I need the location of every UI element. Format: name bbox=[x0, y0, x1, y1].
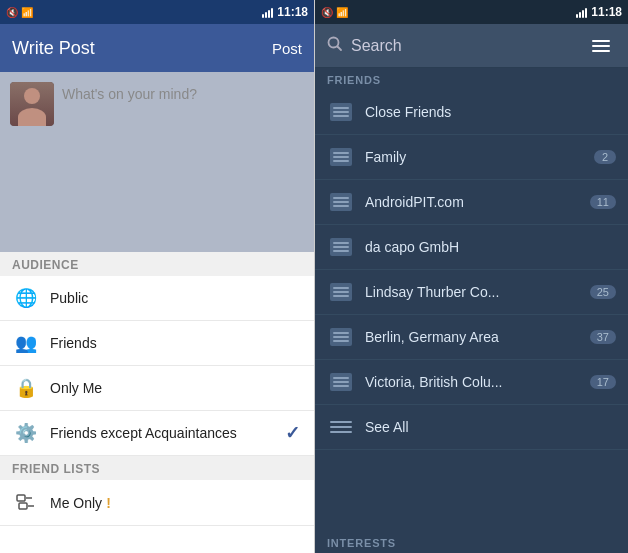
interests-section-header: INTERESTS bbox=[315, 531, 628, 553]
friend-name-berlin: Berlin, Germany Area bbox=[365, 329, 580, 345]
friend-lists-header: Friend Lists bbox=[0, 456, 314, 480]
signal-bars bbox=[262, 6, 273, 18]
list-icon-da-capo bbox=[327, 236, 355, 258]
search-bar[interactable]: Search bbox=[315, 24, 628, 68]
friends-icon: 👥 bbox=[14, 331, 38, 355]
list-item-berlin[interactable]: Berlin, Germany Area 37 bbox=[315, 315, 628, 360]
friend-badge-victoria: 17 bbox=[590, 375, 616, 389]
right-time: 11:18 bbox=[591, 5, 622, 19]
gear-icon: ⚙️ bbox=[14, 421, 38, 445]
friend-badge-family: 2 bbox=[594, 150, 616, 164]
friend-badge-lindsay: 25 bbox=[590, 285, 616, 299]
list-icon-victoria bbox=[327, 371, 355, 393]
silent-icon-right: 🔇 bbox=[321, 7, 333, 18]
svg-line-5 bbox=[338, 46, 342, 50]
list-item-victoria[interactable]: Victoria, British Colu... 17 bbox=[315, 360, 628, 405]
friend-name-victoria: Victoria, British Colu... bbox=[365, 374, 580, 390]
audience-label-only-me: Only Me bbox=[50, 380, 300, 396]
list-icon-androidpit bbox=[327, 191, 355, 213]
search-icon bbox=[327, 36, 343, 56]
friends-list: Close Friends Family 2 bbox=[315, 90, 628, 531]
friend-name-family: Family bbox=[365, 149, 584, 165]
list-item-family[interactable]: Family 2 bbox=[315, 135, 628, 180]
friend-name-da-capo: da capo GmbH bbox=[365, 239, 616, 255]
audience-item-friends-except[interactable]: ⚙️ Friends except Acquaintances ✓ bbox=[0, 411, 314, 456]
me-only-icon bbox=[14, 491, 38, 515]
list-icon-berlin bbox=[327, 326, 355, 348]
post-placeholder[interactable]: What's on your mind? bbox=[62, 82, 197, 242]
friend-badge-androidpit: 11 bbox=[590, 195, 616, 209]
friend-badge-berlin: 37 bbox=[590, 330, 616, 344]
lock-icon: 🔒 bbox=[14, 376, 38, 400]
exclamation-badge: ! bbox=[106, 495, 111, 511]
svg-rect-1 bbox=[19, 503, 27, 509]
list-item-androidpit[interactable]: AndroidPIT.com 11 bbox=[315, 180, 628, 225]
list-icon-lindsay bbox=[327, 281, 355, 303]
list-icon-see-all bbox=[327, 416, 355, 438]
avatar bbox=[10, 82, 54, 126]
friend-name-see-all: See All bbox=[365, 419, 616, 435]
right-panel: 🔇 📶 11:18 Search bbox=[315, 0, 628, 553]
friend-name-close-friends: Close Friends bbox=[365, 104, 616, 120]
globe-icon: 🌐 bbox=[14, 286, 38, 310]
right-signal-bars bbox=[576, 6, 587, 18]
audience-label-friends: Friends bbox=[50, 335, 300, 351]
audience-item-public[interactable]: 🌐 Public bbox=[0, 276, 314, 321]
checkmark-icon: ✓ bbox=[285, 422, 300, 444]
write-post-title: Write Post bbox=[12, 38, 95, 59]
search-input-text[interactable]: Search bbox=[351, 37, 402, 55]
svg-rect-0 bbox=[17, 495, 25, 501]
audience-label-public: Public bbox=[50, 290, 300, 306]
list-item-da-capo[interactable]: da capo GmbH bbox=[315, 225, 628, 270]
audience-item-only-me[interactable]: 🔒 Only Me bbox=[0, 366, 314, 411]
me-only-label: Me Only ! bbox=[50, 495, 300, 511]
wifi-icon-right: 📶 bbox=[336, 7, 348, 18]
left-status-icons-right: 11:18 bbox=[262, 5, 308, 19]
silent-icon: 🔇 bbox=[6, 7, 18, 18]
audience-section: Audience 🌐 Public 👥 Friends 🔒 Only Me ⚙️… bbox=[0, 252, 314, 553]
left-status-bar: 🔇 📶 11:18 bbox=[0, 0, 314, 24]
write-post-header: Write Post Post bbox=[0, 24, 314, 72]
friend-list-item-me-only[interactable]: Me Only ! bbox=[0, 480, 314, 526]
left-time: 11:18 bbox=[277, 5, 308, 19]
audience-header: Audience bbox=[0, 252, 314, 276]
friend-name-lindsay: Lindsay Thurber Co... bbox=[365, 284, 580, 300]
wifi-icon: 📶 bbox=[21, 7, 33, 18]
list-item-close-friends[interactable]: Close Friends bbox=[315, 90, 628, 135]
right-status-icons-left: 🔇 📶 bbox=[321, 7, 348, 18]
hamburger-menu-button[interactable] bbox=[586, 34, 616, 58]
list-item-see-all[interactable]: See All bbox=[315, 405, 628, 450]
list-icon-family bbox=[327, 146, 355, 168]
right-status-bar: 🔇 📶 11:18 bbox=[315, 0, 628, 24]
audience-label-friends-except: Friends except Acquaintances bbox=[50, 425, 273, 441]
list-item-lindsay[interactable]: Lindsay Thurber Co... 25 bbox=[315, 270, 628, 315]
post-button[interactable]: Post bbox=[272, 40, 302, 57]
list-icon-close-friends bbox=[327, 101, 355, 123]
post-input-area: What's on your mind? bbox=[0, 72, 314, 252]
left-panel: 🔇 📶 11:18 Write Post Post bbox=[0, 0, 315, 553]
right-status-center: 11:18 bbox=[576, 5, 622, 19]
friends-section-header: FRIENDS bbox=[315, 68, 628, 90]
left-status-icons: 🔇 📶 bbox=[6, 7, 33, 18]
audience-item-friends[interactable]: 👥 Friends bbox=[0, 321, 314, 366]
friend-name-androidpit: AndroidPIT.com bbox=[365, 194, 580, 210]
